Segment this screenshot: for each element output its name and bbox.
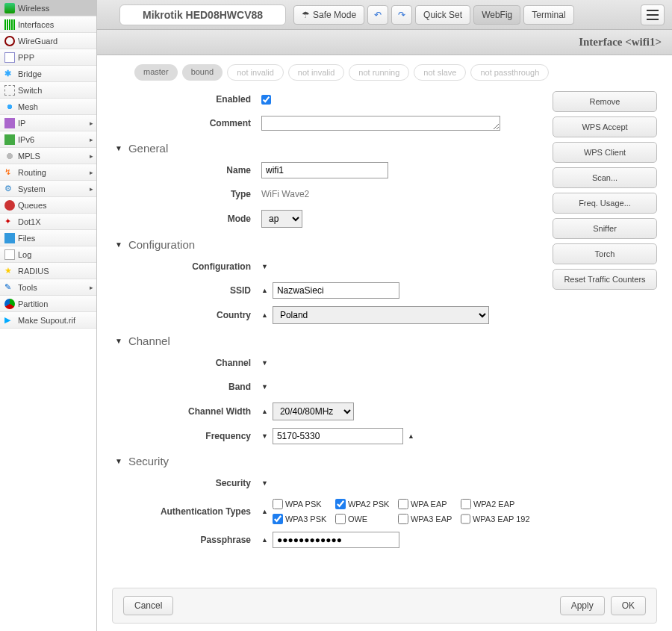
expand-icon[interactable]: ▼ bbox=[261, 432, 268, 440]
sidebar-item-supout[interactable]: ▶Make Supout.rif bbox=[0, 312, 96, 329]
passphrase-input[interactable] bbox=[273, 532, 399, 548]
collapse-icon[interactable]: ▲ bbox=[261, 508, 268, 515]
mode-select[interactable]: ap bbox=[261, 210, 302, 228]
label-security: Security bbox=[112, 478, 261, 488]
chk-wpa3-psk[interactable]: WPA3 PSK bbox=[273, 514, 335, 524]
sidebar-item-wireguard[interactable]: WireGuard bbox=[0, 33, 96, 49]
sidebar-item-routing[interactable]: ↯Routing▸ bbox=[0, 164, 96, 181]
enabled-checkbox[interactable] bbox=[261, 95, 271, 105]
safe-mode-button[interactable]: ☂Safe Mode bbox=[293, 5, 364, 25]
quick-set-button[interactable]: Quick Set bbox=[415, 5, 470, 25]
sidebar-item-queues[interactable]: Queues bbox=[0, 197, 96, 214]
topbar: Mikrotik HED08HWCV88 ☂Safe Mode ↶ ↷ Quic… bbox=[97, 0, 672, 30]
expand-icon[interactable]: ▼ bbox=[261, 479, 268, 487]
badge-not-passthrough: not passthrough bbox=[470, 64, 549, 81]
switch-icon bbox=[4, 85, 15, 96]
umbrella-icon: ☂ bbox=[302, 10, 310, 20]
label-enabled: Enabled bbox=[112, 94, 261, 105]
frequency-input[interactable] bbox=[273, 428, 403, 444]
sidebar-item-mpls[interactable]: MPLS▸ bbox=[0, 148, 96, 164]
files-icon bbox=[4, 233, 15, 243]
sidebar-item-bridge[interactable]: ✱Bridge bbox=[0, 66, 96, 82]
expand-icon[interactable]: ▼ bbox=[261, 359, 268, 367]
country-select[interactable]: Poland bbox=[273, 306, 489, 324]
sidebar-item-files[interactable]: Files bbox=[0, 230, 96, 246]
ip-icon bbox=[4, 118, 15, 128]
sidebar-item-wireless[interactable]: Wireless bbox=[0, 0, 96, 16]
partition-icon bbox=[4, 299, 15, 309]
expand-icon[interactable]: ▼ bbox=[261, 263, 268, 270]
badge-bound: bound bbox=[182, 64, 223, 81]
chk-wpa-psk[interactable]: WPA PSK bbox=[273, 499, 335, 509]
chevron-right-icon: ▸ bbox=[90, 152, 93, 160]
label-band: Band bbox=[112, 382, 261, 392]
ok-button[interactable]: OK bbox=[611, 596, 646, 615]
collapse-icon[interactable]: ▲ bbox=[261, 287, 268, 294]
wps-client-button[interactable]: WPS Client bbox=[553, 142, 657, 163]
collapse-icon[interactable]: ▲ bbox=[261, 311, 268, 319]
actions-panel: Remove WPS Accept WPS Client Scan... Fre… bbox=[553, 91, 657, 290]
chk-wpa-eap[interactable]: WPA EAP bbox=[398, 499, 461, 509]
menu-button[interactable] bbox=[641, 4, 665, 25]
badge-not-invalid: not invalid bbox=[227, 64, 284, 81]
collapse-icon[interactable]: ▲ bbox=[261, 408, 268, 415]
chk-wpa3-eap[interactable]: WPA3 EAP bbox=[398, 514, 461, 524]
sniffer-button[interactable]: Sniffer bbox=[553, 218, 657, 239]
chk-owe[interactable]: OWE bbox=[335, 514, 398, 524]
sidebar-item-mesh[interactable]: Mesh bbox=[0, 99, 96, 115]
label-name: Name bbox=[112, 165, 261, 175]
section-general[interactable]: ▼General bbox=[115, 142, 538, 155]
label-ssid: SSID bbox=[112, 285, 261, 296]
sidebar-item-radius[interactable]: ★RADIUS bbox=[0, 263, 96, 279]
remove-button[interactable]: Remove bbox=[553, 91, 657, 112]
cancel-button[interactable]: Cancel bbox=[123, 596, 173, 615]
label-type: Type bbox=[112, 189, 261, 199]
label-comment: Comment bbox=[112, 118, 261, 128]
name-input[interactable] bbox=[261, 162, 388, 178]
bridge-icon: ✱ bbox=[4, 69, 15, 79]
dot1x-icon: ✦ bbox=[4, 217, 15, 227]
expand-icon[interactable]: ▼ bbox=[261, 383, 268, 391]
webfig-button[interactable]: WebFig bbox=[473, 5, 520, 25]
sidebar-item-ip[interactable]: IP▸ bbox=[0, 115, 96, 131]
scan-button[interactable]: Scan... bbox=[553, 167, 657, 188]
collapse-icon: ▼ bbox=[115, 240, 122, 249]
system-icon: ⚙ bbox=[4, 184, 15, 194]
chk-wpa2-psk[interactable]: WPA2 PSK bbox=[335, 499, 398, 509]
section-security[interactable]: ▼Security bbox=[115, 455, 538, 467]
sidebar-item-system[interactable]: ⚙System▸ bbox=[0, 181, 96, 197]
collapse-icon[interactable]: ▲ bbox=[261, 536, 268, 544]
torch-button[interactable]: Torch bbox=[553, 243, 657, 264]
tools-icon: ✎ bbox=[4, 282, 15, 293]
undo-icon: ↶ bbox=[374, 10, 382, 20]
reset-counters-button[interactable]: Reset Traffic Counters bbox=[553, 269, 657, 290]
freq-usage-button[interactable]: Freq. Usage... bbox=[553, 193, 657, 214]
sidebar-item-tools[interactable]: ✎Tools▸ bbox=[0, 279, 96, 296]
chk-wpa2-eap[interactable]: WPA2 EAP bbox=[461, 499, 523, 509]
comment-input[interactable] bbox=[261, 116, 500, 131]
section-channel[interactable]: ▼Channel bbox=[115, 335, 538, 347]
redo-button[interactable]: ↷ bbox=[391, 5, 412, 25]
terminal-button[interactable]: Terminal bbox=[523, 5, 573, 25]
up-icon[interactable]: ▲ bbox=[408, 432, 414, 440]
wps-accept-button[interactable]: WPS Accept bbox=[553, 116, 657, 137]
sidebar-item-interfaces[interactable]: Interfaces bbox=[0, 16, 96, 33]
sidebar-item-switch[interactable]: Switch bbox=[0, 82, 96, 99]
sidebar-item-ipv6[interactable]: IPv6▸ bbox=[0, 131, 96, 148]
collapse-icon: ▼ bbox=[115, 337, 122, 345]
ssid-input[interactable] bbox=[273, 282, 399, 299]
sidebar-item-ppp[interactable]: PPP bbox=[0, 49, 96, 66]
section-configuration[interactable]: ▼Configuration bbox=[115, 238, 538, 251]
undo-button[interactable]: ↶ bbox=[367, 5, 388, 25]
bottom-bar: Cancel Apply OK bbox=[112, 588, 657, 624]
sidebar-item-partition[interactable]: Partition bbox=[0, 296, 96, 312]
type-value: WiFi Wave2 bbox=[261, 189, 309, 199]
collapse-icon: ▼ bbox=[115, 144, 122, 152]
sidebar-item-dot1x[interactable]: ✦Dot1X bbox=[0, 214, 96, 230]
sidebar-item-log[interactable]: Log bbox=[0, 246, 96, 263]
breadcrumb: Interface <wifi1> bbox=[97, 30, 672, 55]
chk-wpa3-eap-192[interactable]: WPA3 EAP 192 bbox=[461, 514, 523, 524]
apply-button[interactable]: Apply bbox=[560, 596, 605, 615]
channel-width-select[interactable]: 20/40/80MHz bbox=[273, 402, 354, 420]
label-configuration: Configuration bbox=[112, 261, 261, 272]
